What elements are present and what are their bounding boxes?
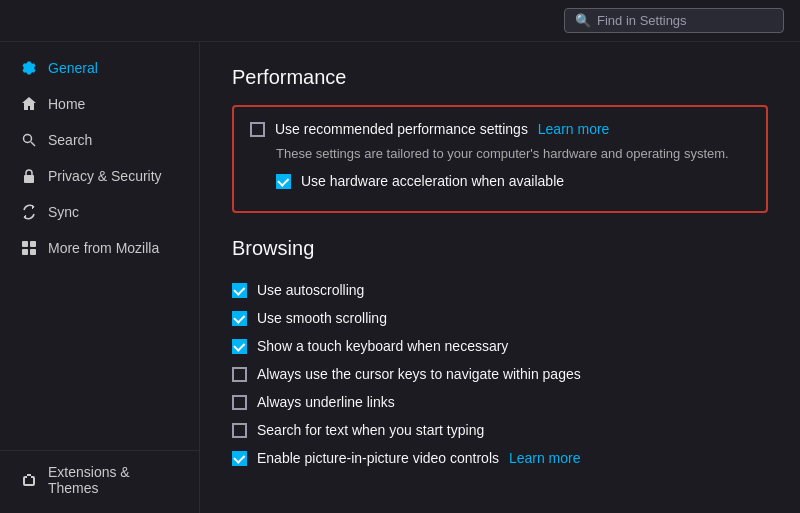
learn-more-performance-link[interactable]: Learn more [538,121,610,137]
sidebar-item-sync[interactable]: Sync [4,195,195,229]
checkbox-cursor-keys[interactable] [232,367,247,382]
sidebar-bottom: Extensions & Themes [0,450,199,505]
svg-rect-5 [22,249,28,255]
sidebar-label-privacy: Privacy & Security [48,168,162,184]
search-sidebar-icon [20,131,38,149]
recommended-checkbox[interactable] [250,122,265,137]
performance-description: These settings are tailored to your comp… [250,145,750,163]
svg-rect-3 [22,241,28,247]
label-touch-keyboard: Show a touch keyboard when necessary [257,338,508,354]
search-box[interactable]: 🔍 [564,8,784,33]
extensions-icon [20,471,38,489]
browsing-row-0: Use autoscrolling [232,276,768,304]
recommended-label: Use recommended performance settings Lea… [275,121,609,137]
browsing-row-1: Use smooth scrolling [232,304,768,332]
sidebar-label-search: Search [48,132,92,148]
hardware-row: Use hardware acceleration when available [250,173,750,189]
browsing-row-2: Show a touch keyboard when necessary [232,332,768,360]
browsing-section: Browsing Use autoscrolling Use smooth sc… [232,237,768,472]
checkbox-smooth-scrolling[interactable] [232,311,247,326]
sync-icon [20,203,38,221]
label-smooth-scrolling: Use smooth scrolling [257,310,387,326]
recommended-row: Use recommended performance settings Lea… [250,121,750,137]
sidebar-label-general: General [48,60,98,76]
main-layout: General Home Search [0,42,800,513]
performance-box: Use recommended performance settings Lea… [232,105,768,213]
performance-title: Performance [232,66,768,89]
sidebar-item-general[interactable]: General [4,51,195,85]
sidebar-item-extensions[interactable]: Extensions & Themes [4,456,195,504]
checkbox-underline-links[interactable] [232,395,247,410]
svg-rect-2 [24,175,34,183]
browsing-row-4: Always underline links [232,388,768,416]
sidebar: General Home Search [0,42,200,513]
find-in-settings-input[interactable] [597,13,773,28]
svg-point-0 [24,135,32,143]
search-icon: 🔍 [575,13,591,28]
svg-rect-4 [30,241,36,247]
label-cursor-keys: Always use the cursor keys to navigate w… [257,366,581,382]
hardware-label: Use hardware acceleration when available [301,173,564,189]
sidebar-item-home[interactable]: Home [4,87,195,121]
sidebar-item-search[interactable]: Search [4,123,195,157]
content-area: Performance Use recommended performance … [200,42,800,513]
browsing-row-5: Search for text when you start typing [232,416,768,444]
svg-rect-6 [30,249,36,255]
sidebar-label-mozilla: More from Mozilla [48,240,159,256]
sidebar-item-mozilla[interactable]: More from Mozilla [4,231,195,265]
lock-icon [20,167,38,185]
mozilla-icon [20,239,38,257]
checkbox-touch-keyboard[interactable] [232,339,247,354]
label-pip: Enable picture-in-picture video controls… [257,450,581,466]
gear-icon [20,59,38,77]
browsing-row-3: Always use the cursor keys to navigate w… [232,360,768,388]
header: 🔍 [0,0,800,42]
checkbox-autoscrolling[interactable] [232,283,247,298]
sidebar-label-extensions: Extensions & Themes [48,464,179,496]
label-search-text: Search for text when you start typing [257,422,484,438]
checkbox-pip[interactable] [232,451,247,466]
home-icon [20,95,38,113]
sidebar-item-privacy[interactable]: Privacy & Security [4,159,195,193]
sidebar-label-home: Home [48,96,85,112]
label-autoscrolling: Use autoscrolling [257,282,364,298]
checkbox-search-text[interactable] [232,423,247,438]
learn-more-pip-link[interactable]: Learn more [509,450,581,466]
browsing-row-6: Enable picture-in-picture video controls… [232,444,768,472]
label-underline-links: Always underline links [257,394,395,410]
hardware-checkbox[interactable] [276,174,291,189]
sidebar-label-sync: Sync [48,204,79,220]
browsing-title: Browsing [232,237,768,260]
svg-line-1 [31,142,35,146]
